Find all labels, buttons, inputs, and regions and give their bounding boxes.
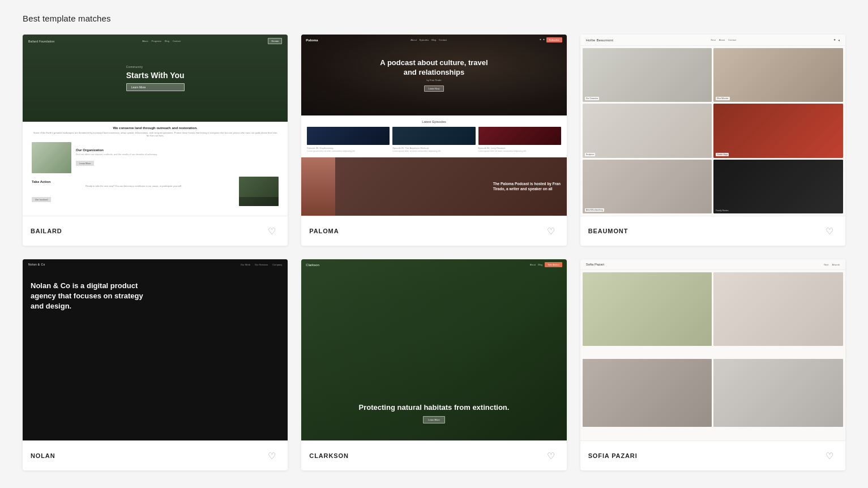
bailard-org-btn: Learn More: [76, 161, 94, 166]
paloma-episode-card: Episode 06: Daydreaming Lorem ipsum dolo…: [307, 127, 390, 153]
paloma-hero-sub: by Fran Tirado: [377, 79, 490, 82]
bailard-action-btn: Get Involved: [32, 197, 51, 202]
template-card-nolan[interactable]: Nolan & Co Our Work Our Services Company…: [23, 259, 288, 470]
bailard-hero-title: Starts With You: [126, 71, 185, 80]
bailard-nav-link: About: [142, 40, 148, 42]
templates-grid: Bailard Foundation About Programs Blog C…: [23, 35, 845, 470]
bailard-nav-link: Contact: [173, 40, 181, 42]
sofia-item: [583, 272, 712, 346]
sofia-item: [713, 272, 843, 346]
section-title: Best template matches: [23, 14, 845, 23]
paloma-ep3-img: [478, 127, 561, 145]
paloma-ep2-img: [392, 127, 475, 145]
template-card-clarkson[interactable]: Clarkson About Blog Take Action Protecti…: [301, 259, 566, 470]
beaumont-item: Artist Woodworking: [583, 160, 712, 213]
bailard-action-text: Ready to take the next step? You can bec…: [32, 185, 236, 188]
bailard-hero-sub: Community: [126, 65, 185, 69]
bailard-name: BAILARD: [31, 228, 62, 234]
bailard-body-text: Some of the Earth's greatest landscapes …: [32, 131, 279, 138]
sofia-footer: SOFIA PAZARI ♡: [580, 440, 845, 470]
paloma-favorite-btn[interactable]: ♡: [543, 223, 559, 239]
bailard-action-title: Take Action: [32, 180, 236, 183]
bailard-org-text: Find out about our mission, methods, and…: [76, 153, 279, 156]
beaumont-logo: Hollie Beaumont: [586, 38, 614, 42]
bailard-body-title: We conserve land through outreach and re…: [32, 126, 279, 130]
beaumont-item: Studio Vega: [713, 104, 843, 157]
paloma-preview: Paloma About Episodes Blog Contact ● ● S…: [301, 35, 566, 216]
beaumont-preview: Hollie Beaumont Next About Contact ● ◂ O…: [580, 35, 845, 216]
nolan-favorite-btn[interactable]: ♡: [264, 448, 280, 464]
beaumont-item: Sculpture: [583, 104, 712, 157]
template-card-paloma[interactable]: Paloma About Episodes Blog Contact ● ● S…: [301, 35, 566, 246]
clarkson-hero-btn: Learn More: [423, 416, 444, 423]
paloma-ep1-img: [307, 127, 390, 145]
bailard-landscape-img: [32, 142, 71, 173]
sofia-item: [713, 359, 843, 427]
clarkson-logo: Clarkson: [306, 263, 319, 267]
bailard-nav-link: Blog: [165, 40, 169, 42]
sofia-name: SOFIA PAZARI: [588, 452, 638, 459]
paloma-bottom-person: [301, 157, 335, 216]
beaumont-item: Our Ceramics: [583, 48, 712, 102]
paloma-logo: Paloma: [306, 38, 318, 42]
bailard-favorite-btn[interactable]: ♡: [264, 223, 280, 239]
clarkson-footer: CLARKSON ♡: [301, 440, 566, 470]
sofia-favorite-btn[interactable]: ♡: [822, 448, 837, 464]
template-card-beaumont[interactable]: Hollie Beaumont Next About Contact ● ◂ O…: [580, 35, 845, 246]
sofia-item: [583, 359, 712, 427]
paloma-name: PALOMA: [309, 228, 339, 234]
paloma-footer: PALOMA ♡: [301, 216, 566, 246]
template-card-sofia[interactable]: Sofia Pazari Next Artwork SOFIA PAZARI ♡: [580, 259, 845, 470]
paloma-hero-title: A podcast about culture, travel and rela…: [377, 58, 490, 78]
clarkson-preview: Clarkson About Blog Take Action Protecti…: [301, 259, 566, 440]
paloma-episode-card: Episode 05: The Anywhere Workout Lorem i…: [392, 127, 475, 153]
clarkson-name: CLARKSON: [309, 452, 348, 459]
beaumont-grid: Our Ceramics Blue Wonder Sculpture Studi…: [580, 46, 845, 216]
nolan-body-text: Nolan & Co is a digital product agency t…: [31, 281, 155, 312]
paloma-episode-card: Episode 04: Long Distance Lorem ipsum do…: [478, 127, 561, 153]
paloma-bottom-title: The Paloma Podcast is hosted by Fran Tir…: [493, 181, 561, 191]
bailard-footer: BAILARD ♡: [23, 216, 288, 246]
clarkson-favorite-btn[interactable]: ♡: [543, 448, 559, 464]
paloma-episodes-grid: Episode 06: Daydreaming Lorem ipsum dolo…: [307, 127, 561, 153]
beaumont-item: Blue Wonder: [713, 48, 843, 102]
bailard-hero-btn: Learn More: [126, 83, 185, 91]
beaumont-item: Family Stories: [713, 160, 843, 213]
nolan-preview: Nolan & Co Our Work Our Services Company…: [23, 259, 288, 440]
bailard-logo: Bailard Foundation: [28, 40, 54, 43]
nolan-footer: NOLAN ♡: [23, 440, 288, 470]
sofia-preview: Sofia Pazari Next Artwork: [580, 259, 845, 440]
beaumont-name: BEAUMONT: [588, 228, 628, 234]
sofia-logo: Sofia Pazari: [586, 263, 604, 266]
bailard-org-title: Our Organization: [76, 148, 279, 152]
nolan-name: NOLAN: [31, 452, 55, 459]
paloma-episodes-title: Latest Episodes: [307, 120, 561, 123]
bailard-nav-link: Programs: [152, 40, 161, 42]
sofia-grid: [580, 270, 845, 440]
beaumont-favorite-btn[interactable]: ♡: [822, 223, 837, 239]
clarkson-hero-title: Protecting natural habitats from extinct…: [359, 403, 510, 413]
bailard-preview: Bailard Foundation About Programs Blog C…: [23, 35, 288, 216]
bailard-cta-btn: Donate: [268, 38, 282, 44]
template-card-bailard[interactable]: Bailard Foundation About Programs Blog C…: [23, 35, 288, 246]
bailard-action-img: [239, 177, 279, 206]
nolan-logo: Nolan & Co: [28, 263, 45, 266]
paloma-hero-btn: Listen Now: [424, 85, 444, 92]
beaumont-footer: BEAUMONT ♡: [580, 216, 845, 246]
